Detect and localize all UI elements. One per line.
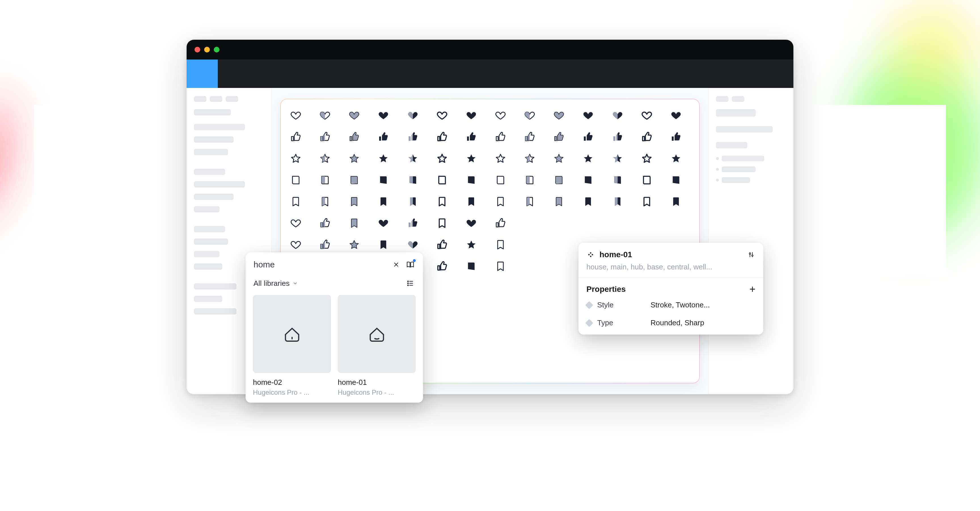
heart-icon[interactable] — [640, 109, 653, 122]
heart-icon[interactable] — [465, 216, 478, 230]
mark-icon[interactable] — [289, 195, 302, 208]
book-icon[interactable] — [436, 174, 449, 186]
book-icon[interactable] — [289, 174, 302, 186]
thumb-icon[interactable] — [406, 216, 419, 230]
thumb-icon[interactable] — [289, 131, 302, 143]
mark-icon[interactable] — [523, 195, 536, 208]
heart-icon[interactable] — [289, 238, 302, 251]
star-icon[interactable] — [670, 152, 682, 165]
star-icon[interactable] — [523, 152, 536, 165]
add-property-button[interactable]: + — [749, 284, 756, 295]
star-icon[interactable] — [465, 152, 478, 165]
heart-icon[interactable] — [348, 109, 361, 122]
star-icon[interactable] — [611, 152, 624, 165]
heart-icon[interactable] — [670, 109, 682, 122]
mark-icon[interactable] — [670, 195, 682, 208]
active-tab[interactable] — [186, 60, 218, 88]
star-icon[interactable] — [640, 152, 653, 165]
mark-icon[interactable] — [436, 216, 449, 230]
heart-icon[interactable] — [465, 109, 478, 122]
thumb-icon[interactable] — [523, 131, 536, 143]
thumb-icon[interactable] — [640, 131, 653, 143]
heart-icon[interactable] — [406, 109, 419, 122]
star-icon[interactable] — [348, 238, 361, 251]
mark-icon[interactable] — [582, 195, 595, 208]
thumb-icon[interactable] — [377, 131, 390, 143]
property-row[interactable]: Style Stroke, Twotone... — [579, 296, 764, 314]
book-icon[interactable] — [465, 260, 478, 273]
close-traffic-light[interactable] — [194, 47, 200, 53]
star-icon[interactable] — [348, 152, 361, 165]
heart-icon[interactable] — [406, 238, 419, 251]
mark-icon[interactable] — [611, 195, 624, 208]
thumb-icon[interactable] — [552, 131, 565, 143]
mark-icon[interactable] — [494, 260, 507, 273]
library-filter-dropdown[interactable]: All libraries — [253, 279, 298, 288]
mark-icon[interactable] — [318, 195, 331, 208]
thumb-icon[interactable] — [436, 260, 449, 273]
minimize-traffic-light[interactable] — [204, 47, 210, 53]
property-row[interactable]: Type Rounded, Sharp — [579, 314, 764, 334]
star-icon[interactable] — [377, 152, 390, 165]
adjust-icon[interactable] — [747, 250, 756, 259]
thumb-icon[interactable] — [465, 131, 478, 143]
heart-icon[interactable] — [289, 216, 302, 230]
book-icon[interactable] — [523, 174, 536, 186]
star-icon[interactable] — [289, 152, 302, 165]
star-icon[interactable] — [494, 152, 507, 165]
book-icon[interactable] — [406, 174, 419, 186]
heart-icon[interactable] — [611, 109, 624, 122]
mark-icon[interactable] — [436, 195, 449, 208]
star-icon[interactable] — [582, 152, 595, 165]
book-icon[interactable] — [494, 174, 507, 186]
star-icon[interactable] — [552, 152, 565, 165]
heart-icon[interactable] — [523, 109, 536, 122]
thumb-icon[interactable] — [670, 131, 682, 143]
mark-icon[interactable] — [465, 195, 478, 208]
thumb-icon[interactable] — [348, 131, 361, 143]
mark-icon[interactable] — [494, 238, 507, 251]
book-icon[interactable] — [640, 174, 653, 186]
heart-icon[interactable] — [582, 109, 595, 122]
open-book-icon[interactable] — [406, 260, 415, 269]
thumb-icon[interactable] — [436, 238, 449, 251]
mark-icon[interactable] — [377, 238, 390, 251]
clear-search-icon[interactable] — [391, 260, 401, 269]
star-icon[interactable] — [436, 152, 449, 165]
list-view-icon[interactable] — [406, 279, 415, 288]
book-icon[interactable] — [611, 174, 624, 186]
thumb-icon[interactable] — [318, 216, 331, 230]
star-icon[interactable] — [318, 152, 331, 165]
zoom-traffic-light[interactable] — [214, 47, 220, 53]
assets-search-input[interactable] — [253, 260, 387, 269]
heart-icon[interactable] — [552, 109, 565, 122]
mark-icon[interactable] — [348, 195, 361, 208]
mark-icon[interactable] — [494, 195, 507, 208]
heart-icon[interactable] — [289, 109, 302, 122]
thumb-icon[interactable] — [436, 131, 449, 143]
thumb-icon[interactable] — [582, 131, 595, 143]
thumb-icon[interactable] — [494, 131, 507, 143]
thumb-icon[interactable] — [406, 131, 419, 143]
book-icon[interactable] — [465, 174, 478, 186]
mark-icon[interactable] — [640, 195, 653, 208]
book-icon[interactable] — [377, 174, 390, 186]
mark-icon[interactable] — [377, 195, 390, 208]
book-icon[interactable] — [552, 174, 565, 186]
asset-result[interactable]: home-02 Hugeicons Pro - ... — [253, 295, 331, 396]
mark-icon[interactable] — [552, 195, 565, 208]
thumb-icon[interactable] — [611, 131, 624, 143]
heart-icon[interactable] — [318, 109, 331, 122]
thumb-icon[interactable] — [318, 238, 331, 251]
heart-icon[interactable] — [377, 216, 390, 230]
heart-icon[interactable] — [494, 109, 507, 122]
asset-result[interactable]: home-01 Hugeicons Pro - ... — [338, 295, 416, 396]
book-icon[interactable] — [670, 174, 682, 186]
heart-icon[interactable] — [377, 109, 390, 122]
thumb-icon[interactable] — [318, 131, 331, 143]
mark-icon[interactable] — [348, 216, 361, 230]
book-icon[interactable] — [348, 174, 361, 186]
star-icon[interactable] — [465, 238, 478, 251]
mark-icon[interactable] — [406, 195, 419, 208]
heart-icon[interactable] — [436, 109, 449, 122]
